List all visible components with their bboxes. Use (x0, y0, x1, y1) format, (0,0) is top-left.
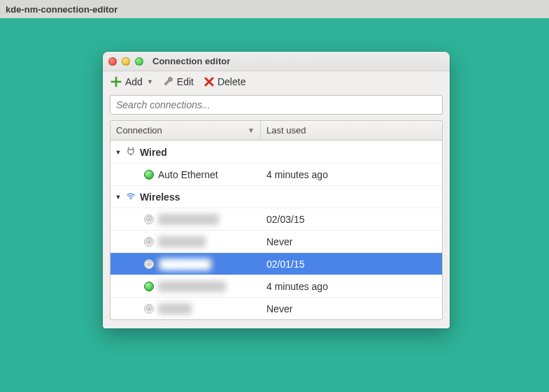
connection-name: ███████ (158, 259, 212, 270)
toolbar: Add ▼ Edit Delete (103, 71, 450, 92)
plus-icon (110, 75, 122, 88)
close-icon[interactable] (108, 57, 117, 66)
group-label: Wired (140, 147, 167, 158)
group-label: Wireless (140, 191, 180, 203)
column-header-last-used[interactable]: Last used (261, 121, 442, 140)
window-titlebar[interactable]: Connection editor (103, 52, 450, 71)
chevron-down-icon: ▼ (147, 78, 153, 85)
svg-point-0 (130, 198, 131, 200)
wifi-icon (126, 191, 136, 203)
status-active-icon (144, 170, 154, 180)
sort-desc-icon: ▼ (248, 126, 255, 134)
plug-icon (126, 146, 136, 158)
minimize-icon[interactable] (122, 57, 130, 66)
connection-editor-window: Connection editor Add ▼ Edit Delete (103, 52, 450, 328)
connection-row[interactable]: Auto Ethernet4 minutes ago (110, 163, 442, 185)
group-row[interactable]: ▼Wireless (110, 185, 442, 208)
connection-list: Connection ▼ Last used ▼WiredAuto Ethern… (110, 120, 443, 320)
connection-row[interactable]: █████████4 minutes ago (110, 275, 442, 297)
delete-x-icon (204, 76, 215, 87)
list-header: Connection ▼ Last used (110, 121, 442, 140)
connection-name: █████████ (158, 281, 226, 292)
add-button[interactable]: Add ▼ (110, 75, 153, 88)
status-inactive-icon (144, 215, 154, 224)
delete-label: Delete (218, 76, 245, 87)
expand-toggle-icon[interactable]: ▼ (115, 194, 122, 201)
wrench-icon (163, 76, 174, 87)
connection-row[interactable]: ████Never (110, 297, 442, 319)
status-active-icon (144, 282, 154, 291)
column-header-connection[interactable]: Connection ▼ (110, 121, 261, 140)
expand-toggle-icon[interactable]: ▼ (115, 149, 122, 156)
status-inactive-icon (144, 259, 154, 269)
status-inactive-icon (144, 237, 154, 247)
desktop-titlebar: kde-nm-connection-editor (0, 0, 549, 18)
last-used-value: 02/01/15 (261, 259, 442, 270)
delete-button[interactable]: Delete (204, 76, 245, 87)
connection-name: ██████ (158, 236, 206, 247)
connection-row[interactable]: ███████02/01/15 (110, 252, 442, 275)
connection-row[interactable]: ████████02/03/15 (110, 208, 442, 230)
last-used-value: 4 minutes ago (261, 281, 442, 292)
last-used-value: 4 minutes ago (261, 169, 442, 180)
last-used-value: Never (261, 236, 442, 247)
connection-name: Auto Ethernet (158, 169, 218, 180)
window-title: Connection editor (152, 56, 230, 66)
search-input[interactable] (110, 95, 443, 115)
add-label: Add (125, 76, 143, 87)
last-used-value: Never (261, 303, 442, 314)
group-row[interactable]: ▼Wired (110, 140, 442, 163)
maximize-icon[interactable] (135, 57, 143, 66)
connection-name: ████████ (158, 214, 219, 225)
edit-button[interactable]: Edit (163, 76, 194, 87)
desktop-title: kde-nm-connection-editor (6, 4, 117, 15)
last-used-value: 02/03/15 (261, 214, 442, 225)
status-inactive-icon (144, 304, 154, 314)
search-row (103, 92, 450, 120)
connection-row[interactable]: ██████Never (110, 230, 442, 252)
connection-name: ████ (158, 303, 192, 314)
edit-label: Edit (177, 76, 194, 87)
